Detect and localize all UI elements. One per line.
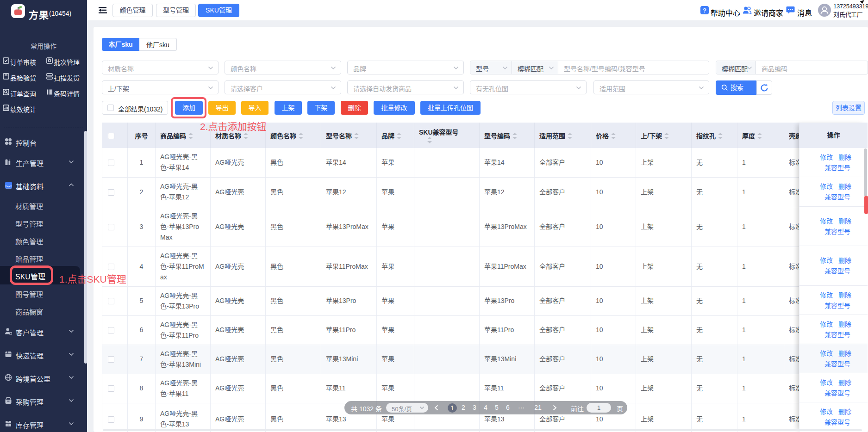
svg-text:?: ? [703, 7, 706, 14]
